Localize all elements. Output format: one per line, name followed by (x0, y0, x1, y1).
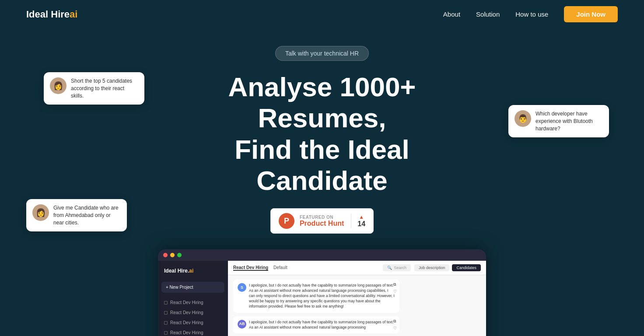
logo-text-ai: ai (70, 9, 77, 20)
logo[interactable]: Ideal Hire ai (26, 9, 77, 20)
hero-section: 👩 Short the top 5 candidates according t… (0, 28, 644, 336)
sidebar-project-4[interactable]: React Dev Hiring (161, 328, 224, 336)
copy-icon[interactable]: ⧉ (393, 282, 397, 287)
mock-main-topbar: React Dev Hiring Default 🔍 Search Job de… (228, 261, 486, 275)
ph-icon: P (279, 213, 294, 229)
upvote-icon: ▲ (359, 214, 364, 220)
nav-links: About Solution How to use Join Now (443, 6, 618, 22)
project-icon-2 (164, 311, 168, 315)
avatar-top-right: 👨 (514, 110, 531, 127)
new-project-button[interactable]: + New Project (161, 282, 224, 293)
ph-name: Product Hunt (300, 220, 344, 228)
ph-vote-count: 14 (357, 220, 365, 228)
close-dot (163, 253, 168, 257)
mock-main: React Dev Hiring Default 🔍 Search Job de… (228, 261, 486, 336)
like-icon-2[interactable]: ♡ (393, 326, 397, 331)
chat-bubble-1: S I apologize, but I do not actually hav… (233, 280, 399, 312)
hero-title-line1: Analyse 1000+ Resumes, (228, 72, 416, 133)
mock-logo-ai: ai (189, 268, 193, 274)
minimize-dot (170, 253, 175, 257)
mock-tab-default[interactable]: Default (273, 265, 287, 271)
nav-how-to-use[interactable]: How to use (515, 10, 548, 18)
ph-text: FEATURED ON Product Hunt (300, 215, 344, 228)
float-text-top-left: Short the top 5 candidates according to … (71, 77, 138, 99)
mock-view-tabs: Job description Candidates (414, 264, 481, 271)
sidebar-project-2[interactable]: React Dev Hiring (161, 308, 224, 317)
like-icon[interactable]: ♡ (393, 289, 397, 294)
floating-card-top-right: 👨 Which developer have experience with B… (508, 105, 609, 137)
nav-about[interactable]: About (443, 10, 460, 18)
chat-bubble-2: AB I apologize, but I do not actually ha… (233, 316, 399, 334)
floating-card-top-left: 👩 Short the top 5 candidates according t… (44, 72, 144, 105)
avatar-bottom-left: 👩 (32, 204, 49, 221)
float-text-top-right: Which developer have experience with Blu… (536, 110, 603, 132)
talk-badge: Talk with your technical HR (275, 46, 369, 61)
ph-featured-label: FEATURED ON (300, 215, 344, 220)
project-icon-4 (164, 331, 168, 335)
sidebar-project-3[interactable]: React Dev Hiring (161, 318, 224, 327)
join-now-button[interactable]: Join Now (564, 6, 618, 22)
hero-title: Analyse 1000+ Resumes, Find the Ideal Ca… (169, 71, 475, 196)
chat-actions-1: ⧉ ♡ (393, 282, 397, 294)
search-icon: 🔍 (387, 266, 392, 270)
project-icon-3 (164, 321, 168, 325)
ph-count: ▲ 14 (351, 214, 365, 228)
chat-text-1: I apologize, but I do not actually have … (249, 283, 395, 309)
logo-text-ideal: Ideal Hire (26, 9, 70, 20)
app-mockup: Ideal Hire.ai + New Project React Dev Hi… (158, 249, 486, 336)
floating-card-bottom-left: 👩 Give me Candidate who are from Ahmedab… (26, 199, 127, 231)
navbar: Ideal Hire ai About Solution How to use … (0, 0, 644, 28)
mockup-topbar (158, 249, 486, 261)
mock-search[interactable]: 🔍 Search (383, 264, 411, 271)
mock-sidebar: Ideal Hire.ai + New Project React Dev Hi… (158, 261, 228, 336)
copy-icon-2[interactable]: ⧉ (393, 319, 397, 324)
hero-title-line2: Find the Ideal Candidate (234, 134, 410, 196)
candidates-tab[interactable]: Candidates (452, 264, 481, 271)
mock-sidebar-logo: Ideal Hire.ai (161, 266, 224, 276)
float-text-bottom-left: Give me Candidate who are from Ahmedabad… (53, 204, 121, 226)
chat-avatar-s: S (238, 283, 246, 292)
chat-avatar-ab: AB (238, 320, 246, 329)
product-hunt-badge[interactable]: P FEATURED ON Product Hunt ▲ 14 (270, 208, 374, 234)
project-icon-1 (164, 301, 168, 304)
mockup-inner: Ideal Hire.ai + New Project React Dev Hi… (158, 261, 486, 336)
mock-tab-react[interactable]: React Dev Hiring (233, 265, 268, 271)
avatar-top-left: 👩 (50, 77, 66, 94)
chat-text-2: I apologize, but I do not actually have … (249, 320, 395, 330)
maximize-dot (177, 253, 182, 257)
nav-solution[interactable]: Solution (476, 10, 500, 18)
mock-tabs: React Dev Hiring Default (233, 265, 287, 271)
job-description-tab[interactable]: Job description (414, 264, 450, 271)
sidebar-project-1[interactable]: React Dev Hiring (161, 298, 224, 307)
chat-actions-2: ⧉ ♡ (393, 319, 397, 331)
mock-chat-area: S I apologize, but I do not actually hav… (228, 275, 486, 336)
